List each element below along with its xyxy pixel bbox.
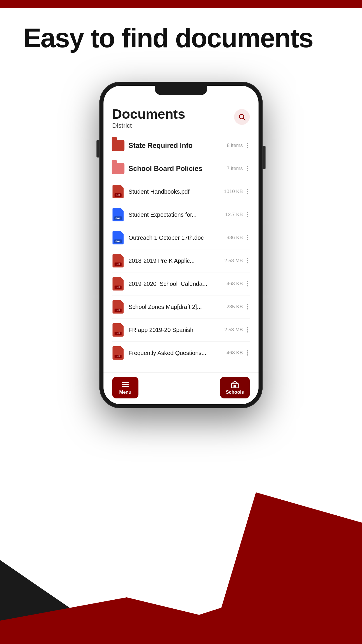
folder-icon [112, 161, 124, 176]
dot [247, 258, 248, 259]
dot [247, 283, 248, 284]
doc-meta: 8 items [227, 143, 243, 148]
dot [247, 285, 248, 286]
menu-button[interactable]: Menu [112, 377, 138, 398]
list-item[interactable]: School Board Policies 7 items [107, 157, 255, 180]
dot [247, 304, 248, 305]
dot [247, 168, 248, 169]
list-item[interactable]: pdf FR app 2019-20 Spanish 2.53 MB [107, 318, 255, 341]
doc-meta: 468 KB [226, 350, 243, 356]
screen-content: Documents District State Required Info [103, 86, 259, 404]
more-options-button[interactable] [245, 141, 250, 150]
doc-name: FR app 2019-20 Spanish [129, 327, 222, 333]
more-options-button[interactable] [245, 325, 250, 335]
dot [247, 214, 248, 215]
doc-name: Student Handbooks.pdf [129, 188, 221, 195]
list-item[interactable]: State Required Info 8 items [107, 134, 255, 157]
dot [247, 237, 248, 238]
more-options-button[interactable] [245, 348, 250, 358]
list-item[interactable]: pdf Student Handbooks.pdf 1010 KB [107, 180, 255, 203]
doc-name: 2019-2020_School_Calenda... [129, 281, 224, 287]
dot [247, 239, 248, 240]
more-options-button[interactable] [245, 302, 250, 312]
doc-meta: 936 KB [226, 235, 243, 241]
pdf-icon: pdf [112, 184, 124, 199]
list-item[interactable]: pdf 2018-2019 Pre K Applic... 2.53 MB [107, 249, 255, 272]
phone-outer: Documents District State Required Info [99, 82, 263, 408]
doc-info: Outreach 1 October 17th.doc [129, 235, 224, 241]
screen-subtitle: District [112, 122, 185, 130]
dot [247, 331, 248, 332]
dot [247, 170, 248, 171]
bottom-navigation: Menu Schools [103, 372, 259, 404]
dot [247, 352, 248, 354]
list-item[interactable]: doc Student Expectations for... 12.7 KB [107, 203, 255, 226]
doc-meta: 468 KB [226, 281, 243, 287]
doc-name: Outreach 1 October 17th.doc [129, 235, 224, 241]
phone-mockup: Documents District State Required Info [99, 82, 263, 408]
doc-meta: 12.7 KB [225, 212, 243, 218]
dot [247, 327, 248, 328]
doc-info: Frequently Asked Questions... [129, 350, 224, 356]
dot [247, 145, 248, 146]
doc-meta: 7 items [227, 166, 243, 172]
schools-label: Schools [226, 390, 244, 395]
dot [247, 166, 248, 167]
page-headline: Easy to find documents [23, 23, 339, 53]
doc-info: School Zones Map[draft 2]... [129, 304, 224, 310]
list-item[interactable]: pdf Frequently Asked Questions... 468 KB [107, 342, 255, 364]
doc-name: Student Expectations for... [129, 211, 222, 218]
menu-icon [121, 380, 129, 388]
more-options-button[interactable] [245, 256, 250, 266]
dot [247, 216, 248, 217]
doc-meta: 235 KB [226, 304, 243, 310]
list-item[interactable]: pdf 2019-2020_School_Calenda... 468 KB [107, 272, 255, 295]
phone-notch [155, 86, 207, 95]
screen-header: Documents District [103, 100, 259, 134]
schools-button[interactable]: Schools [220, 377, 250, 398]
dot [247, 329, 248, 330]
document-list: State Required Info 8 items School Board… [103, 134, 259, 372]
more-options-button[interactable] [245, 187, 250, 197]
list-item[interactable]: pdf School Zones Map[draft 2]... 235 KB [107, 295, 255, 318]
doc-info: Student Handbooks.pdf [129, 188, 221, 195]
more-options-button[interactable] [245, 164, 250, 174]
doc-meta: 2.53 MB [224, 327, 243, 333]
dot [247, 281, 248, 282]
pdf-icon: pdf [112, 323, 124, 337]
doc-meta: 2.53 MB [224, 258, 243, 264]
dot [247, 212, 248, 213]
doc-meta: 1010 KB [224, 189, 243, 195]
screen-title: Documents [112, 107, 185, 121]
doc-info: 2018-2019 Pre K Applic... [129, 258, 222, 264]
more-options-button[interactable] [245, 210, 250, 220]
top-status-bar [0, 0, 362, 8]
more-options-button[interactable] [245, 233, 250, 243]
doc-name: School Zones Map[draft 2]... [129, 304, 224, 310]
dot [247, 308, 248, 309]
doc-info: FR app 2019-20 Spanish [129, 327, 222, 333]
dot [247, 191, 248, 192]
header-text-group: Documents District [112, 107, 185, 130]
doc-name: 2018-2019 Pre K Applic... [129, 258, 222, 264]
dot [247, 262, 248, 263]
doc-name: Frequently Asked Questions... [129, 350, 224, 356]
pdf-icon: pdf [112, 276, 124, 291]
search-button[interactable] [234, 109, 250, 125]
menu-label: Menu [119, 390, 131, 395]
folder-icon [112, 138, 124, 153]
dot [247, 260, 248, 261]
dot [247, 189, 248, 190]
more-options-button[interactable] [245, 279, 250, 289]
doc-info: State Required Info [129, 141, 224, 150]
svg-line-1 [243, 118, 245, 120]
pdf-icon: pdf [112, 253, 124, 268]
doc-info: School Board Policies [129, 164, 224, 173]
list-item[interactable]: doc Outreach 1 October 17th.doc 936 KB [107, 226, 255, 249]
dot [247, 143, 248, 144]
dot [247, 193, 248, 194]
pdf-icon: pdf [112, 346, 124, 360]
dot [247, 354, 248, 356]
pdf-icon: pdf [112, 300, 124, 314]
phone-screen: Documents District State Required Info [103, 86, 259, 404]
